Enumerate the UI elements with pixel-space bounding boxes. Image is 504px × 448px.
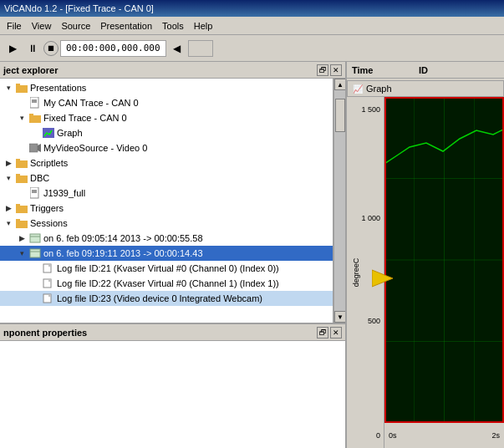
y-unit-label: degreeC [352, 258, 360, 288]
menu-presentation[interactable]: Presentation [95, 19, 157, 33]
svg-rect-20 [16, 219, 20, 221]
svg-rect-6 [29, 114, 33, 116]
rewind-button[interactable]: ◀ [168, 39, 186, 58]
project-explorer-title: ject explorer [3, 65, 58, 75]
menu-view[interactable]: View [27, 19, 57, 33]
spacer-1 [15, 96, 28, 109]
tree-item-log21[interactable]: Log file ID:21 (Kvaser Virtual #0 (Chann… [0, 261, 333, 276]
expand-icon-dbc[interactable]: ▾ [2, 171, 15, 185]
svg-rect-12 [16, 176, 28, 183]
svg-rect-0 [16, 85, 28, 93]
menu-help[interactable]: Help [189, 19, 218, 33]
folder-icon-sessions [15, 216, 28, 230]
expand-icon-session2[interactable]: ▾ [15, 247, 28, 260]
my-can-trace-label: My CAN Trace - CAN 0 [43, 98, 139, 108]
expand-icon-presentations[interactable]: ▾ [2, 81, 15, 94]
tree-item-log22[interactable]: Log file ID:22 (Kvaser Virtual #0 (Chann… [0, 276, 333, 291]
trace-header: Time ID [347, 62, 504, 79]
spacer-2 [28, 126, 42, 140]
tree-item-sessions[interactable]: ▾ Sessions [0, 216, 333, 231]
panel-restore-button[interactable]: 🗗 [317, 64, 328, 76]
y-label-1000: 1 000 [361, 214, 380, 222]
svg-rect-17 [16, 206, 28, 213]
expand-icon-session1[interactable]: ▶ [15, 232, 28, 245]
trace-col-time: Time [352, 65, 419, 75]
tree-item-triggers[interactable]: ▶ Triggers [0, 201, 333, 216]
session1-label: on 6. feb 09:05:14 2013 -> 00:00:55.58 [43, 233, 203, 243]
comp-close-button[interactable]: ✕ [330, 327, 342, 339]
title-text: ViCANdo 1.2 - [Fixed Trace - CAN 0] [4, 3, 154, 13]
tree-item-video-source[interactable]: MyVideoSource - Video 0 [0, 140, 333, 155]
svg-marker-30 [48, 294, 51, 297]
panel-close-button[interactable]: ✕ [330, 64, 342, 76]
video-source-label: MyVideoSource - Video 0 [43, 143, 147, 153]
menu-source[interactable]: Source [56, 19, 95, 33]
tree-item-my-can-trace[interactable]: My CAN Trace - CAN 0 [0, 95, 333, 110]
spacer-7 [28, 292, 42, 305]
comp-restore-button[interactable]: 🗗 [317, 327, 328, 339]
log-icon-22 [42, 277, 55, 290]
spacer-4 [15, 186, 28, 200]
pause-button[interactable]: ⏸ [23, 39, 42, 58]
forward-button[interactable] [188, 40, 213, 57]
menu-bar: File View Source Presentation Tools Help [0, 17, 504, 35]
svg-rect-21 [30, 234, 40, 242]
tree-item-j1939[interactable]: J1939_full [0, 186, 333, 201]
tree-item-session1[interactable]: ▶ on 6. feb 09:05:14 2013 -> 00:00:55.58 [0, 231, 333, 246]
log22-label: Log file ID:22 (Kvaser Virtual #0 (Chann… [57, 278, 279, 288]
tree-container: ▾ Presentations My CAN Trace - CAN 0 [0, 79, 345, 323]
trace-col-id: ID [419, 65, 486, 75]
tree-item-graph[interactable]: Graph [0, 125, 333, 140]
expand-icon-sessions[interactable]: ▾ [2, 216, 15, 230]
svg-rect-19 [16, 221, 28, 228]
expand-icon-scriptlets[interactable]: ▶ [2, 156, 15, 170]
svg-rect-1 [16, 84, 20, 86]
log-icon-23 [42, 292, 55, 305]
svg-rect-5 [29, 115, 41, 123]
log23-label: Log file ID:23 (Video device 0 Integrate… [57, 293, 262, 303]
menu-file[interactable]: File [2, 19, 27, 33]
tree-view[interactable]: ▾ Presentations My CAN Trace - CAN 0 [0, 79, 333, 323]
comp-properties-body [0, 341, 345, 448]
y-label-1500: 1 500 [361, 105, 380, 114]
svg-rect-7 [43, 128, 54, 138]
stop-button[interactable]: ⏹ [43, 41, 59, 56]
comp-panel-title: nponent properties [3, 328, 87, 338]
expand-icon-fixed-trace[interactable]: ▾ [15, 111, 28, 125]
tree-scrollbar[interactable]: ▲ ▼ [333, 79, 345, 323]
play-button[interactable]: ▶ [3, 39, 22, 58]
file-icon-my-can-trace [28, 96, 42, 109]
comp-panel-icons: 🗗 ✕ [317, 327, 342, 339]
scroll-up-btn[interactable]: ▲ [334, 79, 345, 90]
tree-item-fixed-trace[interactable]: ▾ Fixed Trace - CAN 0 [0, 110, 333, 125]
tree-item-dbc[interactable]: ▾ DBC [0, 171, 333, 186]
panel-header-icons: 🗗 ✕ [317, 64, 342, 76]
x-label-0s: 0s [389, 431, 397, 440]
expand-icon-triggers[interactable]: ▶ [2, 201, 15, 215]
graph-header-title: Graph [366, 84, 392, 94]
svg-marker-37 [372, 270, 393, 287]
video-icon [28, 141, 42, 155]
tree-item-presentations[interactable]: ▾ Presentations [0, 80, 333, 95]
graph-content: 1 500 1 000 500 0 degreeC [347, 97, 504, 448]
tree-item-session2[interactable]: ▾ on 6. feb 09:19:11 2013 -> 00:00:14.43 [0, 246, 333, 261]
tree-item-log23[interactable]: Log file ID:23 (Video device 0 Integrate… [0, 291, 333, 306]
scroll-track[interactable] [334, 90, 345, 311]
scroll-down-btn[interactable]: ▼ [334, 311, 345, 323]
spacer-6 [28, 277, 42, 290]
tree-item-scriptlets[interactable]: ▶ Scriptlets [0, 155, 333, 171]
fixed-trace-label: Fixed Trace - CAN 0 [43, 113, 127, 123]
svg-rect-23 [30, 249, 40, 257]
session2-label: on 6. feb 09:19:11 2013 -> 00:00:14.43 [43, 248, 203, 258]
menu-tools[interactable]: Tools [157, 19, 189, 33]
y-label-500: 500 [368, 317, 380, 325]
folder-icon-presentations [15, 81, 28, 94]
scriptlets-label: Scriptlets [30, 158, 68, 168]
graph-header-icon: 📈 [353, 84, 363, 94]
graph-header: 📈 Graph [347, 80, 504, 97]
time-display: 00:00:000,000.000 [60, 40, 166, 57]
sessions-label: Sessions [30, 218, 68, 228]
scroll-thumb[interactable] [335, 99, 345, 132]
svg-marker-9 [38, 144, 41, 152]
svg-rect-10 [16, 160, 28, 168]
